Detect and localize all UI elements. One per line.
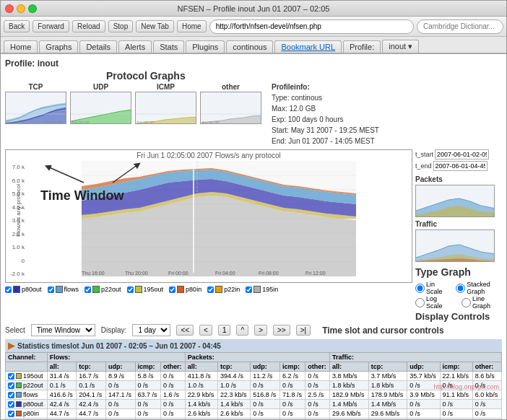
stats-cell: 1.0 /s	[218, 381, 251, 390]
tab-continous[interactable]: continous	[226, 40, 273, 53]
title-bar: NFSEN – Profile inout Jun 01 2007 – 02:0…	[1, 1, 506, 17]
proto-icmp-graph[interactable]: Fri 00:00	[135, 92, 196, 124]
channel-checkbox[interactable]	[8, 411, 14, 417]
proto-tcp-graph[interactable]: Fri 00:00 Fri 12:00	[5, 92, 66, 124]
select-label: Select	[5, 326, 25, 334]
channel-checkbox[interactable]	[8, 373, 14, 380]
stats-cell: 30.1 kb/s	[368, 419, 407, 420]
stacked-graph-radio[interactable]	[456, 284, 465, 293]
btn-1[interactable]: 1	[218, 325, 231, 336]
sub-pkt-icmp: icmp:	[280, 362, 305, 372]
window-controls	[5, 4, 37, 13]
maximize-button[interactable]	[28, 4, 37, 13]
stats-cell: 0 /s	[306, 419, 330, 420]
stats-cell: 44.7 /s	[47, 409, 77, 419]
new-tab-button[interactable]: New Tab	[136, 20, 174, 32]
channel-color	[16, 401, 22, 407]
channel-checkbox[interactable]	[8, 401, 14, 408]
sub-traf-tcp: tcp:	[368, 362, 407, 372]
btn-prev[interactable]: <	[199, 325, 212, 336]
table-row: 195out31.4 /s16.7 /s8.9 /s5.8 /s0 /s411.…	[6, 372, 502, 381]
forward-button[interactable]: Forward	[32, 20, 69, 32]
search-bar[interactable]	[417, 19, 503, 34]
proto-udp-graph[interactable]: Fri 00:00	[70, 92, 131, 124]
proto-other-graph[interactable]: Fri 00:00	[200, 92, 261, 124]
stats-cell: 1.6 /s	[160, 390, 185, 400]
tstart-input[interactable]	[435, 149, 489, 159]
display-select[interactable]: 1 day	[132, 324, 170, 336]
btn-up[interactable]: ^	[236, 325, 248, 336]
tab-plugins[interactable]: Plugins	[186, 40, 225, 53]
chart-area[interactable]: Thu 16:00 Thu 20:00 Fri 00:00 Fri 04:00 …	[26, 161, 412, 280]
stats-cell: 29.6 Mb/s	[330, 409, 369, 419]
stacked-graph-label: Stacked Graph	[467, 281, 502, 295]
stats-cell: 0 /s	[280, 400, 305, 409]
address-bar[interactable]	[209, 19, 414, 34]
time-window-select[interactable]: Time Window	[31, 324, 95, 336]
legend-p22out-checkbox[interactable]	[84, 286, 91, 293]
tab-bookmark-url[interactable]: Bookmark URL	[274, 40, 342, 53]
home-button[interactable]: Home	[177, 20, 207, 32]
proto-tcp-label: TCP	[29, 83, 43, 91]
sub-flow-other: other:	[160, 362, 185, 372]
table-row: p80in44.7 /s44.7 /s0 /s0 /s0 /s2.6 kb/s2…	[6, 409, 502, 419]
btn-next[interactable]: >	[254, 325, 267, 336]
channel-name: flows	[23, 391, 38, 398]
stats-cell: 394.4 /s	[218, 372, 251, 381]
minimize-button[interactable]	[17, 4, 25, 13]
legend-p22in-color	[215, 286, 222, 293]
stacked-graph-item: Stacked Graph	[456, 281, 502, 295]
legend-p80out-checkbox[interactable]	[5, 286, 12, 293]
btn-prev-prev[interactable]: <<	[176, 325, 194, 336]
packets-graph[interactable]	[415, 185, 495, 217]
btn-last[interactable]: >|	[296, 325, 311, 336]
table-row: p22in0.1 /s0.1 /s0 /s0 /s0 /s3.7 /s3.7 /…	[6, 419, 502, 420]
browser-toolbar: Back Forward Reload Stop New Tab Home	[1, 17, 506, 37]
tab-alerts[interactable]: Alerts	[118, 40, 152, 53]
btn-next-next[interactable]: >>	[273, 325, 290, 336]
stats-cell: 71.8 /s	[280, 390, 305, 400]
lin-scale-radio[interactable]	[415, 284, 425, 293]
stats-cell: 22.1 kb/s	[440, 372, 472, 381]
col-traffic-group: Traffic:	[330, 353, 502, 362]
stats-cell: 178.9 Mb/s	[368, 390, 407, 400]
close-button[interactable]	[5, 4, 14, 13]
legend-p80in-checkbox[interactable]	[169, 286, 176, 293]
type-graph-annotation: Type Graph	[415, 266, 502, 278]
legend-p80in-label: p80in	[186, 286, 202, 293]
legend-p22in-checkbox[interactable]	[207, 286, 214, 293]
legend-flows-checkbox[interactable]	[48, 286, 54, 293]
stats-cell: 29.6 Mb/s	[368, 409, 407, 419]
stats-cell: 0 /s	[280, 419, 305, 420]
traffic-graph[interactable]	[415, 229, 495, 262]
tend-input[interactable]	[433, 161, 488, 171]
sub-pkt-all: all:	[185, 362, 217, 372]
table-row: flows416.6 /s204.1 /s147.1 /s63.7 /s1.6 …	[6, 390, 502, 400]
reload-button[interactable]: Reload	[72, 20, 105, 32]
channel-checkbox[interactable]	[8, 392, 14, 398]
stats-cell: 0 /s	[306, 381, 330, 390]
channel-checkbox[interactable]	[8, 382, 14, 389]
legend-195in-checkbox[interactable]	[246, 286, 252, 293]
y-label-0: 0	[7, 258, 25, 264]
tab-details[interactable]: Details	[79, 40, 117, 53]
back-button[interactable]: Back	[4, 20, 30, 32]
tab-profile-select[interactable]: inout ▾	[382, 40, 419, 53]
line-graph-radio[interactable]	[462, 298, 471, 307]
svg-text:Fri 12:00: Fri 12:00	[306, 271, 326, 276]
legend-195out-checkbox[interactable]	[127, 286, 134, 293]
stop-button[interactable]: Stop	[108, 20, 134, 32]
stats-cell: 0.1 /s	[77, 419, 106, 420]
line-graph-item: Line Graph	[462, 295, 502, 310]
col-packets-group: Packets:	[185, 353, 329, 362]
legend-p22in-label: p22in	[224, 286, 240, 293]
stats-section: ▶ Statistics timeslot Jun 01 2007 - 02:0…	[5, 339, 502, 419]
tab-stats[interactable]: Stats	[153, 40, 184, 53]
display-label: Display:	[101, 326, 127, 334]
tab-graphs[interactable]: Graphs	[39, 40, 78, 53]
sub-flow-icmp: icmp:	[135, 362, 160, 372]
stats-cell: 416.6 /s	[47, 390, 77, 400]
log-scale-radio[interactable]	[415, 298, 425, 307]
log-scale-item: Log Scale	[415, 295, 453, 310]
tab-home[interactable]: Home	[4, 40, 38, 53]
